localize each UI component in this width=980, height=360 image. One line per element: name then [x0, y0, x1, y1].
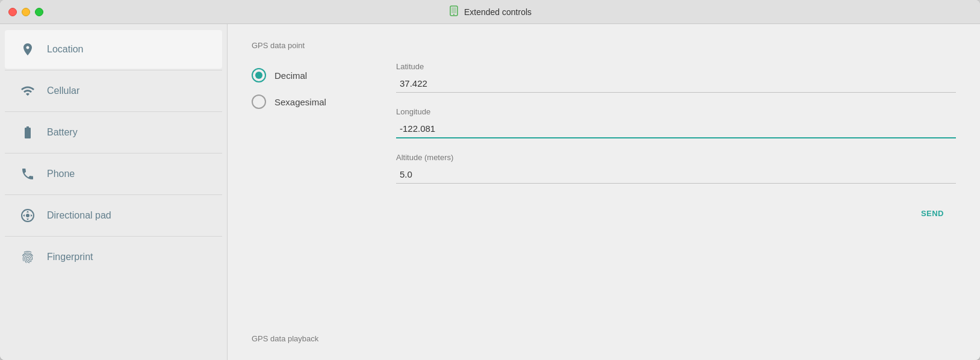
gps-content: Decimal Sexagesimal Latitude Longitude: [252, 62, 956, 324]
window-title: Extended controls: [464, 7, 532, 17]
longitude-group: Longitude: [396, 107, 956, 138]
svg-point-4: [26, 214, 29, 217]
send-row: SEND: [396, 203, 956, 224]
fingerprint-icon: [19, 249, 36, 265]
latitude-label: Latitude: [396, 62, 956, 71]
sidebar-item-battery[interactable]: Battery: [5, 113, 222, 152]
fields-section: Latitude Longitude Altitude (meters) SEN…: [396, 62, 956, 324]
sidebar-item-label-location: Location: [47, 44, 84, 55]
divider-5: [5, 236, 222, 237]
altitude-group: Altitude (meters): [396, 153, 956, 184]
phone-icon: [19, 166, 36, 182]
sidebar-item-label-dpad: Directional pad: [47, 210, 111, 221]
divider-3: [5, 153, 222, 154]
traffic-lights: [8, 8, 43, 16]
sidebar: Location Cellular: [0, 24, 228, 360]
titlebar-title: Extended controls: [448, 5, 532, 18]
svg-rect-1: [451, 7, 456, 13]
altitude-input[interactable]: [396, 167, 956, 184]
altitude-label: Altitude (meters): [396, 153, 956, 162]
send-button[interactable]: SEND: [909, 203, 956, 224]
sidebar-item-cellular[interactable]: Cellular: [5, 72, 222, 110]
radio-sexagesimal-button[interactable]: [252, 95, 266, 109]
radio-decimal-label: Decimal: [274, 70, 307, 81]
window: Extended controls Location: [0, 0, 980, 360]
radio-decimal-button[interactable]: [252, 68, 266, 82]
content: Location Cellular: [0, 24, 980, 360]
divider-4: [5, 194, 222, 195]
sidebar-item-label-battery: Battery: [47, 127, 78, 138]
svg-point-2: [453, 14, 454, 15]
cellular-icon: [19, 82, 36, 99]
sidebar-item-fingerprint[interactable]: Fingerprint: [5, 238, 222, 276]
divider-1: [5, 70, 222, 70]
dpad-icon: [19, 207, 36, 224]
longitude-label: Longitude: [396, 107, 956, 116]
longitude-input[interactable]: [396, 121, 956, 138]
gps-data-playback-label: GPS data playback: [252, 324, 956, 343]
radio-group: Decimal Sexagesimal: [252, 62, 372, 324]
radio-sexagesimal-label: Sexagesimal: [274, 97, 326, 107]
sidebar-item-label-fingerprint: Fingerprint: [47, 252, 93, 262]
sidebar-item-directional-pad[interactable]: Directional pad: [5, 196, 222, 235]
sidebar-item-label-cellular: Cellular: [47, 85, 79, 96]
close-button[interactable]: [8, 8, 17, 16]
sidebar-item-label-phone: Phone: [47, 169, 75, 179]
gps-data-point-label: GPS data point: [252, 41, 956, 50]
radio-decimal[interactable]: Decimal: [252, 68, 372, 82]
sidebar-item-location[interactable]: Location: [5, 30, 222, 69]
latitude-group: Latitude: [396, 62, 956, 93]
location-icon: [19, 41, 36, 58]
sidebar-item-phone[interactable]: Phone: [5, 155, 222, 193]
main-panel: GPS data point Decimal Sexagesimal: [228, 24, 980, 360]
divider-2: [5, 111, 222, 112]
radio-sexagesimal[interactable]: Sexagesimal: [252, 95, 372, 109]
minimize-button[interactable]: [22, 8, 30, 16]
radio-decimal-inner: [255, 72, 262, 79]
titlebar: Extended controls: [0, 0, 980, 24]
battery-icon: [19, 124, 36, 141]
device-icon: [448, 5, 459, 18]
latitude-input[interactable]: [396, 76, 956, 93]
maximize-button[interactable]: [35, 8, 43, 16]
